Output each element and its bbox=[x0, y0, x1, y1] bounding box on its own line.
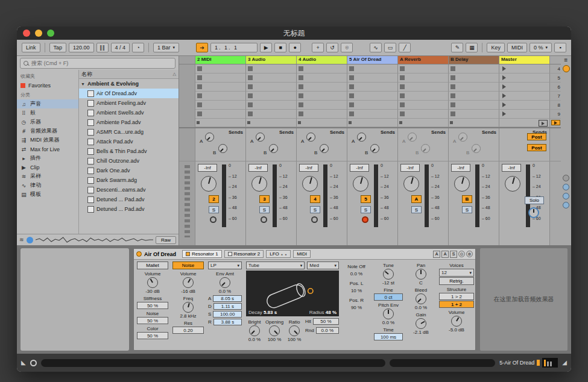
clip-slot[interactable] bbox=[246, 83, 297, 92]
play-button[interactable]: ▶ bbox=[260, 43, 272, 52]
hot-swap-icon[interactable]: ⊙ bbox=[458, 251, 465, 257]
opening-knob[interactable] bbox=[269, 325, 280, 336]
scene-slot[interactable] bbox=[499, 101, 550, 110]
scene-slot[interactable] bbox=[499, 64, 550, 74]
file-row[interactable]: Detuned ... Pad.adv bbox=[79, 195, 179, 204]
scene-slot[interactable] bbox=[499, 74, 550, 83]
arm-button[interactable] bbox=[362, 216, 368, 223]
release-value[interactable]: 3.88 s bbox=[213, 319, 242, 325]
structure-value[interactable]: 1 > 2 bbox=[439, 293, 474, 300]
sidebar-category[interactable]: ≋ 采样 bbox=[17, 172, 78, 181]
file-row[interactable]: Detuned ... Pad.adv bbox=[79, 204, 179, 214]
track-stop-slot[interactable] bbox=[246, 119, 297, 127]
scene-slot[interactable] bbox=[499, 110, 550, 119]
resonator-display[interactable]: Decay 5.83 s Radius 48 % bbox=[246, 271, 339, 316]
zoom-button[interactable] bbox=[47, 30, 54, 37]
midi-map-button[interactable]: MIDI bbox=[507, 43, 527, 52]
clip-box-button[interactable]: ▭ bbox=[384, 43, 396, 52]
track-stop-slot[interactable] bbox=[398, 119, 449, 127]
solo-button[interactable]: S bbox=[361, 206, 371, 213]
gain-knob[interactable] bbox=[416, 318, 426, 329]
sidebar-category[interactable]: ▤ 模板 bbox=[17, 190, 78, 199]
pitch-env-knob[interactable] bbox=[383, 308, 394, 319]
quantization-menu[interactable]: 1 Bar ▾ bbox=[153, 43, 179, 52]
track-activator[interactable]: B bbox=[462, 195, 472, 203]
peak-level-display[interactable]: -Inf bbox=[400, 164, 420, 172]
attack-value[interactable]: 8.05 s bbox=[213, 295, 242, 302]
follow-button[interactable]: ➔ bbox=[196, 43, 208, 52]
save-preset-icon[interactable]: ⊕ bbox=[466, 251, 473, 257]
scene-number[interactable]: 6 bbox=[550, 83, 562, 92]
track-stop-slot[interactable] bbox=[347, 119, 398, 127]
clip-slot[interactable] bbox=[398, 110, 449, 119]
track-activator[interactable]: 5 bbox=[361, 195, 371, 203]
cue-volume-knob[interactable] bbox=[528, 207, 539, 218]
freq-knob[interactable] bbox=[183, 302, 194, 313]
show-returns-toggle-icon[interactable] bbox=[563, 193, 569, 199]
track-header[interactable]: B Delay bbox=[449, 56, 499, 64]
track-stop-slot[interactable] bbox=[449, 119, 499, 127]
clip-slot[interactable] bbox=[449, 64, 499, 74]
sidebar-category[interactable]: ♫ 声音 bbox=[17, 99, 78, 108]
sidebar-category[interactable]: ⧣ 音频效果器 bbox=[17, 127, 78, 136]
env-amount-knob[interactable] bbox=[220, 277, 230, 288]
noise-value[interactable]: 50 % bbox=[137, 317, 168, 324]
master-volume-knob[interactable] bbox=[505, 176, 520, 192]
solo-button[interactable]: S bbox=[310, 206, 320, 213]
noise-volume-knob[interactable] bbox=[183, 277, 194, 288]
file-row[interactable]: Descenti...eams.adv bbox=[79, 185, 179, 195]
send-b-knob[interactable] bbox=[320, 144, 329, 153]
sidebar-category[interactable]: ∿ 律动 bbox=[17, 181, 78, 190]
clip-slot[interactable] bbox=[246, 101, 297, 110]
exciter-volume-knob[interactable] bbox=[147, 277, 158, 288]
preview-play-icon[interactable] bbox=[27, 237, 33, 243]
clip-slot[interactable] bbox=[347, 110, 398, 119]
clip-slot[interactable] bbox=[347, 92, 398, 101]
peak-level-display[interactable]: -Inf bbox=[451, 164, 470, 172]
clip-slot[interactable] bbox=[398, 64, 449, 74]
resonator-type-menu[interactable]: Tube ▾ bbox=[246, 261, 305, 269]
clip-slot[interactable] bbox=[398, 92, 449, 101]
retrigger-button[interactable]: Retrig. bbox=[439, 277, 474, 285]
sidebar-item-favorites[interactable]: Favorites bbox=[17, 81, 78, 90]
clip-slot[interactable] bbox=[347, 64, 398, 74]
tab-midi[interactable]: MIDI bbox=[293, 250, 311, 258]
reenable-automation-button[interactable]: ↺ bbox=[326, 43, 338, 52]
pos-r-value[interactable]: 90 % bbox=[349, 305, 364, 310]
clip-slot[interactable] bbox=[195, 64, 246, 74]
tap-tempo-button[interactable]: Tap bbox=[49, 43, 67, 52]
send-a-knob[interactable] bbox=[256, 133, 265, 142]
track-activator[interactable]: 4 bbox=[310, 195, 320, 203]
peak-level-display[interactable]: -Inf bbox=[299, 164, 318, 172]
audio-effect-drop-zone[interactable]: 在这里加载音频效果器 bbox=[480, 248, 567, 351]
nudge-buttons[interactable]: ∥∥ bbox=[96, 43, 109, 52]
note-off-value[interactable]: 0.0 % bbox=[347, 271, 365, 277]
stop-button[interactable]: ■ bbox=[274, 43, 286, 52]
scene-number[interactable]: 9 bbox=[550, 110, 562, 119]
track-activator[interactable]: 2 bbox=[209, 195, 219, 203]
peak-level-display[interactable]: -Inf bbox=[350, 164, 369, 172]
peak-level-display[interactable]: -Inf bbox=[502, 164, 521, 172]
arm-button[interactable] bbox=[261, 216, 267, 223]
clip-slot[interactable] bbox=[195, 74, 246, 83]
send-a-knob[interactable] bbox=[306, 133, 315, 142]
sidebar-category[interactable]: ▸ 插件 bbox=[17, 154, 78, 163]
clip-slot[interactable] bbox=[449, 83, 499, 92]
link-button[interactable]: Link bbox=[22, 43, 40, 52]
tab-resonator-1[interactable]: Resonator 1 bbox=[182, 250, 222, 258]
sidebar-category[interactable]: ⇶ MIDI 效果器 bbox=[17, 136, 78, 145]
track-activator[interactable]: A bbox=[411, 195, 422, 203]
stiffness-value[interactable]: 50 % bbox=[137, 302, 168, 309]
scene-number[interactable]: 7 bbox=[550, 92, 562, 101]
name-column-header[interactable]: 名称 △ bbox=[79, 70, 179, 79]
track-header[interactable]: A Reverb bbox=[398, 56, 449, 64]
solo-part-button[interactable]: S bbox=[450, 251, 457, 258]
track-header[interactable]: 3 Audio bbox=[246, 56, 297, 64]
clip-slot[interactable] bbox=[347, 74, 398, 83]
folder-row[interactable]: ▼ Ambient & Evolving bbox=[79, 79, 179, 89]
clip-slot[interactable] bbox=[449, 101, 499, 110]
show-browser-toggle-icon[interactable]: ◣ bbox=[21, 360, 26, 366]
post-toggle-b[interactable]: Post bbox=[527, 144, 546, 151]
filter-type-menu[interactable]: LP ▾ bbox=[208, 261, 242, 269]
bright-knob[interactable] bbox=[249, 325, 260, 336]
